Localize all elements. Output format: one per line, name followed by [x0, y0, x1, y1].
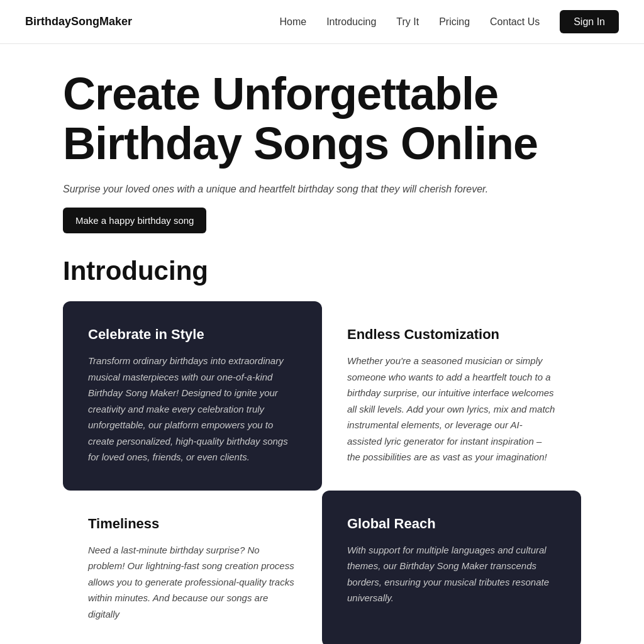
- hero-title: Create Unforgettable Birthday Songs Onli…: [63, 69, 581, 169]
- nav-contact-us[interactable]: Contact Us: [490, 16, 540, 27]
- card-customization: Endless Customization Whether you're a s…: [322, 301, 581, 491]
- card-timeliness: Timeliness Need a last-minute birthday s…: [63, 491, 322, 644]
- main-content: Create Unforgettable Birthday Songs Onli…: [0, 44, 644, 644]
- card-celebrate-heading: Celebrate in Style: [88, 326, 297, 343]
- introducing-title: Introducing: [63, 256, 581, 286]
- card-timeliness-body: Need a last-minute birthday surprise? No…: [88, 542, 297, 623]
- cta-button[interactable]: Make a happy birthday song: [63, 208, 206, 233]
- card-global-body: With support for multiple languages and …: [347, 542, 556, 606]
- card-celebrate: Celebrate in Style Transform ordinary bi…: [63, 301, 322, 491]
- navbar: BirthdaySongMaker Home Introducing Try I…: [0, 0, 644, 44]
- nav-pricing[interactable]: Pricing: [439, 16, 470, 27]
- card-global: Global Reach With support for multiple l…: [322, 491, 581, 644]
- nav-try-it[interactable]: Try It: [396, 16, 419, 27]
- signin-button[interactable]: Sign In: [560, 10, 619, 33]
- cards-row-1: Celebrate in Style Transform ordinary bi…: [63, 301, 581, 491]
- card-customization-heading: Endless Customization: [347, 326, 556, 343]
- nav-home[interactable]: Home: [279, 16, 306, 27]
- card-global-heading: Global Reach: [347, 516, 556, 532]
- nav-introducing[interactable]: Introducing: [326, 16, 376, 27]
- card-timeliness-heading: Timeliness: [88, 516, 297, 532]
- brand-logo[interactable]: BirthdaySongMaker: [25, 15, 132, 28]
- hero-subtitle: Surprise your loved ones with a unique a…: [63, 184, 491, 195]
- card-celebrate-body: Transform ordinary birthdays into extrao…: [88, 353, 297, 465]
- card-customization-body: Whether you're a seasoned musician or si…: [347, 353, 556, 465]
- cards-row-2: Timeliness Need a last-minute birthday s…: [63, 491, 581, 644]
